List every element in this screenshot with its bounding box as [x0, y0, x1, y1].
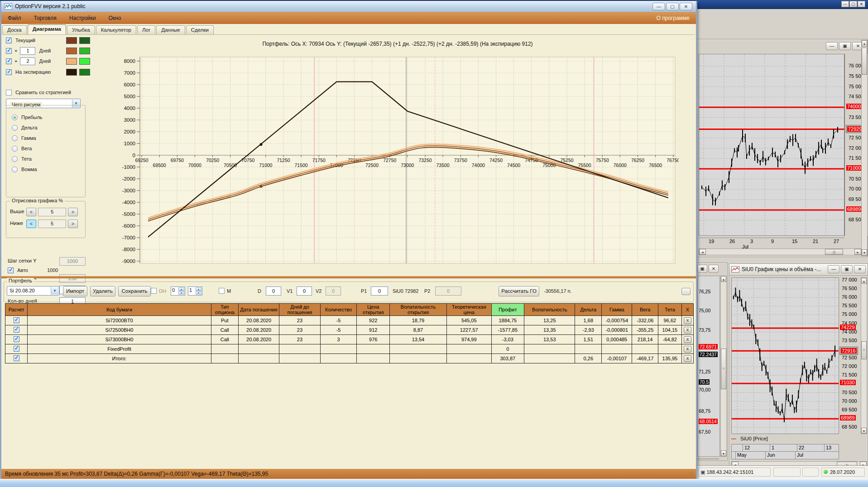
- series-checkbox[interactable]: [6, 69, 12, 75]
- color-swatch[interactable]: [66, 48, 77, 54]
- color-swatch[interactable]: [66, 37, 77, 44]
- column-header-8[interactable]: Теоретическая цена: [446, 304, 491, 316]
- side-h-scrollbar[interactable]: [697, 458, 719, 459]
- удалить-button[interactable]: Удалить: [90, 286, 115, 296]
- radio-icon[interactable]: [12, 156, 18, 162]
- radio-option-дельта[interactable]: Дельта: [12, 124, 38, 131]
- row-checkbox[interactable]: [14, 327, 19, 333]
- scroll-thumb[interactable]: |||: [825, 249, 843, 255]
- minimize-icon[interactable]: —: [826, 42, 838, 50]
- row-checkbox[interactable]: [14, 336, 19, 342]
- d-input[interactable]: 0: [266, 286, 281, 296]
- tab-лог[interactable]: Лог: [137, 25, 155, 34]
- delete-row-button[interactable]: X: [684, 317, 691, 324]
- table-row[interactable]: Итого:303,870,26-0,00107-469,17135,95X: [5, 354, 694, 363]
- dh-checkbox[interactable]: [151, 288, 157, 294]
- column-header-9[interactable]: Профит: [491, 304, 524, 316]
- minimize-icon[interactable]: —: [841, 1, 849, 7]
- maximize-icon[interactable]: ▢: [666, 3, 679, 10]
- app-title-bar[interactable]: OptionFVV версия 2.1 public —▢✕: [1, 1, 696, 12]
- scroll-up-icon[interactable]: ▲: [721, 276, 726, 282]
- menu-item-торговля[interactable]: Торговля: [28, 15, 63, 21]
- dh-spinner-2[interactable]: 1▲▼: [188, 286, 202, 296]
- tab-улыбка[interactable]: Улыбка: [67, 25, 95, 34]
- scroll-thumb[interactable]: [862, 48, 867, 75]
- close-icon[interactable]: ✕: [854, 265, 866, 273]
- close-icon[interactable]: ✕: [858, 1, 865, 7]
- menu-item-окно[interactable]: Окно: [102, 15, 128, 21]
- row-checkbox-cell[interactable]: [5, 344, 28, 354]
- column-header-13[interactable]: Вега: [632, 304, 658, 316]
- radio-option-вомма[interactable]: Вомма: [12, 166, 37, 173]
- spin-down-icon[interactable]: ▼: [178, 291, 184, 295]
- menu-about[interactable]: О программе: [657, 15, 690, 21]
- terminal-v-scrollbar[interactable]: ▲ ▼: [861, 40, 868, 256]
- restore-icon[interactable]: ▣: [839, 42, 851, 50]
- row-delete-cell[interactable]: X: [681, 316, 693, 325]
- column-header-1[interactable]: Код бумаги: [28, 304, 211, 316]
- column-header-6[interactable]: Цена открытия: [357, 304, 390, 316]
- row-checkbox-cell[interactable]: [5, 335, 28, 344]
- decrease-button[interactable]: <: [26, 220, 36, 228]
- tab-диаграмма[interactable]: Диаграмма: [28, 24, 66, 34]
- table-row[interactable]: Si72500BH0Call20.08.202023-59128,871227,…: [5, 325, 694, 335]
- row-checkbox-cell[interactable]: [5, 316, 28, 325]
- column-header-2[interactable]: Тип опциона: [211, 304, 238, 316]
- menu-item-настройки[interactable]: Настройки: [63, 15, 102, 21]
- scroll-thumb[interactable]: ≡: [861, 341, 867, 359]
- series-checkbox[interactable]: [6, 38, 12, 43]
- windows-taskbar[interactable]: [0, 479, 868, 487]
- column-header-14[interactable]: Тета: [658, 304, 681, 316]
- color-swatch[interactable]: [66, 69, 77, 76]
- increase-button[interactable]: >: [68, 220, 78, 228]
- table-row[interactable]: Si72000BT0Put20.08.202023-592218,79545,0…: [5, 316, 694, 325]
- side-v-scrollbar[interactable]: ▲ ≡ ▼: [720, 276, 727, 457]
- dh-spinner-1[interactable]: 0▲▼: [171, 286, 185, 296]
- scroll-down-icon[interactable]: ▼: [861, 428, 867, 434]
- splitter-bar[interactable]: [1, 276, 696, 278]
- v2-input[interactable]: 0: [326, 286, 341, 296]
- tab-сделки[interactable]: Сделки: [186, 25, 214, 34]
- series-checkbox[interactable]: [6, 58, 12, 64]
- delete-row-button[interactable]: X: [684, 327, 691, 334]
- m-checkbox[interactable]: [219, 288, 225, 294]
- radio-icon[interactable]: [12, 125, 18, 131]
- radio-icon[interactable]: [12, 115, 18, 120]
- row-delete-cell[interactable]: X: [681, 335, 693, 344]
- column-header-10[interactable]: Волатильность: [524, 304, 575, 316]
- scroll-down-icon[interactable]: ▼: [721, 450, 726, 456]
- row-delete-cell[interactable]: X: [681, 344, 693, 354]
- color-swatch[interactable]: [66, 58, 77, 65]
- column-header-11[interactable]: Дельта: [575, 304, 602, 316]
- auto-checkbox[interactable]: [8, 267, 14, 273]
- radio-icon[interactable]: [12, 146, 18, 152]
- scroll-right-icon[interactable]: ►: [854, 249, 861, 255]
- spin-up-icon[interactable]: ▲: [196, 287, 201, 291]
- calc-go-button[interactable]: Рассчитать ГО: [499, 286, 539, 296]
- table-row[interactable]: Si73000BH0Call20.08.202023397613,54974,9…: [5, 335, 694, 344]
- chart2-v-scrollbar[interactable]: ▲ ≡ ▼: [861, 277, 867, 434]
- chart1-h-scrollbar[interactable]: ◄ ||| ►: [699, 248, 862, 255]
- v1-input[interactable]: 0: [297, 286, 312, 296]
- column-header-3[interactable]: Дата погашения: [238, 304, 279, 316]
- p2-input[interactable]: 0: [435, 286, 461, 296]
- scroll-left-icon[interactable]: ◄: [699, 249, 706, 255]
- scroll-up-icon[interactable]: ▲: [861, 278, 867, 284]
- row-checkbox[interactable]: [14, 355, 19, 361]
- p1-input[interactable]: 0: [371, 286, 388, 296]
- maximize-icon[interactable]: ▢: [849, 1, 857, 7]
- column-header-4[interactable]: Дней до погашения: [279, 304, 320, 316]
- radio-option-вега[interactable]: Вега: [12, 145, 32, 152]
- scroll-up-icon[interactable]: ▲: [862, 40, 867, 47]
- close-icon[interactable]: ✕: [709, 265, 719, 273]
- row-delete-cell[interactable]: X: [681, 354, 693, 363]
- restore-icon[interactable]: ▣: [841, 265, 853, 273]
- column-header-0[interactable]: Расчет: [5, 304, 28, 316]
- tab-данные[interactable]: Данные: [156, 25, 185, 34]
- scroll-thumb[interactable]: ≡: [721, 349, 726, 389]
- delete-row-button[interactable]: X: [684, 336, 691, 343]
- minimize-icon[interactable]: —: [652, 3, 665, 10]
- minimize-icon[interactable]: —: [828, 265, 839, 273]
- days-input[interactable]: 1: [20, 47, 35, 55]
- increase-button[interactable]: >: [68, 208, 78, 216]
